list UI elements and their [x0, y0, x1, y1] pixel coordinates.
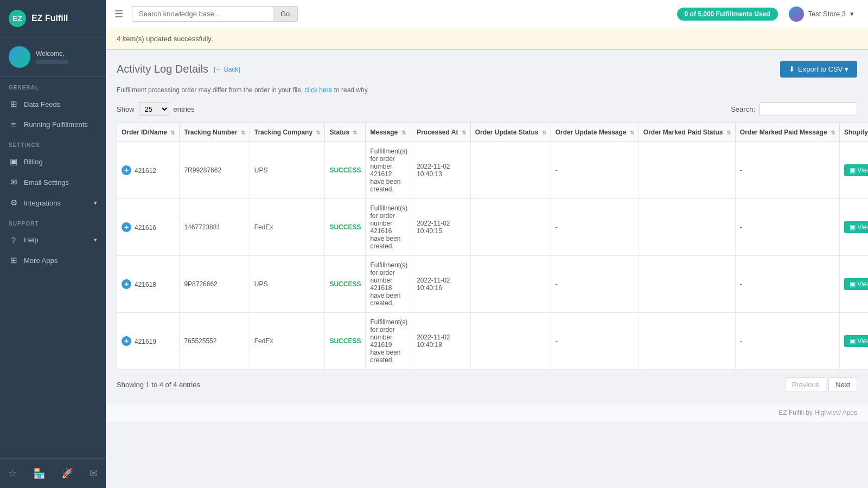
col-status[interactable]: Status ⇅: [325, 123, 366, 142]
sidebar-item-help[interactable]: ? Help ▾: [0, 230, 106, 250]
cell-order-id: +421619: [117, 313, 180, 370]
cell-tracking-company: FedEx: [250, 199, 325, 256]
chevron-down-icon: ▾: [94, 236, 97, 243]
star-icon[interactable]: ☆: [4, 465, 21, 481]
sidebar-item-billing[interactable]: ▣ Billing: [0, 151, 106, 172]
content-inner: Activity Log Details [← Back] ⬇ Export t…: [106, 50, 868, 403]
search-area: Go: [132, 6, 298, 22]
table-controls: Show 10 25 50 100 entries Search:: [117, 102, 857, 116]
view-button[interactable]: ▣ View: [844, 164, 868, 176]
search-button[interactable]: Go: [273, 6, 298, 22]
expand-button[interactable]: +: [122, 165, 131, 175]
user-area: Welcome,: [0, 37, 106, 77]
sidebar-item-email-settings[interactable]: ✉ Email Settings: [0, 172, 106, 192]
search-input[interactable]: [132, 6, 273, 22]
menu-icon[interactable]: ☰: [114, 8, 123, 20]
sidebar-item-label: More Apps: [24, 256, 58, 265]
cell-tracking-number: 765525552: [180, 313, 250, 370]
cell-processed-at: 2022-11-02 10:40:15: [412, 199, 471, 256]
cell-order-marked-paid-message: -: [735, 256, 839, 313]
sort-icon: ⇅: [241, 130, 245, 136]
col-processed-at[interactable]: Processed At ⇅: [412, 123, 471, 142]
back-link[interactable]: [← Back]: [214, 66, 240, 73]
support-section-label: SUPPORT: [0, 213, 106, 230]
cell-processed-at: 2022-11-02 10:40:13: [412, 142, 471, 199]
rocket-icon[interactable]: 🚀: [57, 465, 78, 481]
expand-button[interactable]: +: [122, 222, 131, 232]
cell-order-update-status: [470, 256, 551, 313]
pagination-area: Showing 1 to 4 of 4 entries Previous Nex…: [117, 377, 857, 392]
previous-button[interactable]: Previous: [785, 377, 827, 392]
sidebar-item-more-apps[interactable]: ⊞ More Apps: [0, 250, 106, 271]
entries-label: entries: [174, 105, 195, 113]
entries-select[interactable]: 10 25 50 100: [139, 102, 169, 116]
cell-tracking-number: 7R99287662: [180, 142, 250, 199]
topbar: ☰ Go 0 of 5,000 Fulfillments Used Test S…: [106, 0, 868, 28]
page-header: Activity Log Details [← Back] ⬇ Export t…: [117, 61, 857, 78]
col-order-update-message[interactable]: Order Update Message ⇅: [551, 123, 639, 142]
next-button[interactable]: Next: [828, 377, 857, 392]
download-icon: ⬇: [789, 65, 795, 73]
view-button[interactable]: ▣ View: [844, 335, 868, 347]
gear-icon: ⚙: [9, 198, 18, 208]
cell-message: Fulfillment(s) for order number 421616 h…: [366, 199, 412, 256]
col-message[interactable]: Message ⇅: [366, 123, 412, 142]
cell-order-id: +421616: [117, 199, 180, 256]
click-here-link[interactable]: click here: [305, 86, 333, 94]
app-name: EZ Fulfill: [31, 14, 68, 23]
shop-icon[interactable]: 🏪: [29, 465, 49, 481]
table-search-input[interactable]: [760, 102, 857, 116]
cell-shopify-request-log: ▣ View: [839, 313, 868, 370]
cell-shopify-request-log: ▣ View: [839, 142, 868, 199]
expand-button[interactable]: +: [122, 336, 131, 346]
cell-order-update-message: -: [551, 199, 639, 256]
sort-icon: ⇅: [401, 130, 406, 136]
main-area: ☰ Go 0 of 5,000 Fulfillments Used Test S…: [106, 0, 868, 488]
sidebar-item-running-fulfillments[interactable]: ≡ Running Fulfillments: [0, 114, 106, 134]
show-entries: Show 10 25 50 100 entries: [117, 102, 195, 116]
sort-icon: ⇅: [831, 130, 835, 136]
sidebar-item-data-feeds[interactable]: ⊞ Data Feeds: [0, 94, 106, 114]
sidebar-item-label: Integrations: [24, 199, 61, 207]
export-csv-button[interactable]: ⬇ Export to CSV ▾: [780, 61, 857, 78]
col-shopify-request-log[interactable]: Shopify Request Log ⇅: [839, 123, 868, 142]
expand-button[interactable]: +: [122, 279, 131, 289]
sort-icon: ⇅: [630, 130, 634, 136]
sidebar-item-label: Email Settings: [24, 178, 69, 187]
cell-status: SUCCESS: [325, 142, 366, 199]
footer-text: EZ Fulfill by Highview Apps: [778, 409, 857, 416]
col-tracking-company[interactable]: Tracking Company ⇅: [250, 123, 325, 142]
col-order-id[interactable]: Order ID/Name ⇅: [117, 123, 180, 142]
settings-section-label: SETTINGS: [0, 134, 106, 151]
cell-order-update-message: -: [551, 313, 639, 370]
cell-status: SUCCESS: [325, 256, 366, 313]
logo-icon: EZ: [9, 10, 26, 27]
view-button[interactable]: ▣ View: [844, 221, 868, 233]
view-button[interactable]: ▣ View: [844, 278, 868, 290]
mail-icon[interactable]: ✉: [85, 465, 102, 481]
store-avatar: [789, 7, 804, 22]
billing-icon: ▣: [9, 157, 18, 166]
col-order-marked-paid-status[interactable]: Order Marked Paid Status ⇅: [639, 123, 735, 142]
activity-log-table: Order ID/Name ⇅ Tracking Number ⇅ Tracki…: [117, 123, 868, 370]
sidebar-item-label: Data Feeds: [24, 100, 60, 108]
list-icon: ≡: [9, 120, 18, 129]
sort-icon: ⇅: [542, 130, 546, 136]
cell-message: Fulfillment(s) for order number 421619 h…: [366, 313, 412, 370]
table-row: +421619 765525552 FedEx SUCCESS Fulfillm…: [117, 313, 869, 370]
col-tracking-number[interactable]: Tracking Number ⇅: [180, 123, 250, 142]
cell-processed-at: 2022-11-02 10:40:16: [412, 256, 471, 313]
table-header-row: Order ID/Name ⇅ Tracking Number ⇅ Tracki…: [117, 123, 869, 142]
cell-order-marked-paid-status: [639, 313, 735, 370]
store-selector[interactable]: Test Store 3 ▾: [783, 3, 859, 25]
cell-order-marked-paid-message: -: [735, 142, 839, 199]
sidebar: EZ EZ Fulfill Welcome, GENERAL ⊞ Data Fe…: [0, 0, 106, 488]
sort-icon: ⇅: [726, 130, 731, 136]
cell-order-update-status: [470, 199, 551, 256]
sort-icon: ⇅: [353, 130, 357, 136]
col-order-update-status[interactable]: Order Update Status ⇅: [470, 123, 551, 142]
col-order-marked-paid-message[interactable]: Order Marked Paid Message ⇅: [735, 123, 839, 142]
cell-tracking-company: UPS: [250, 142, 325, 199]
sidebar-item-integrations[interactable]: ⚙ Integrations ▾: [0, 192, 106, 213]
cell-shopify-request-log: ▣ View: [839, 256, 868, 313]
